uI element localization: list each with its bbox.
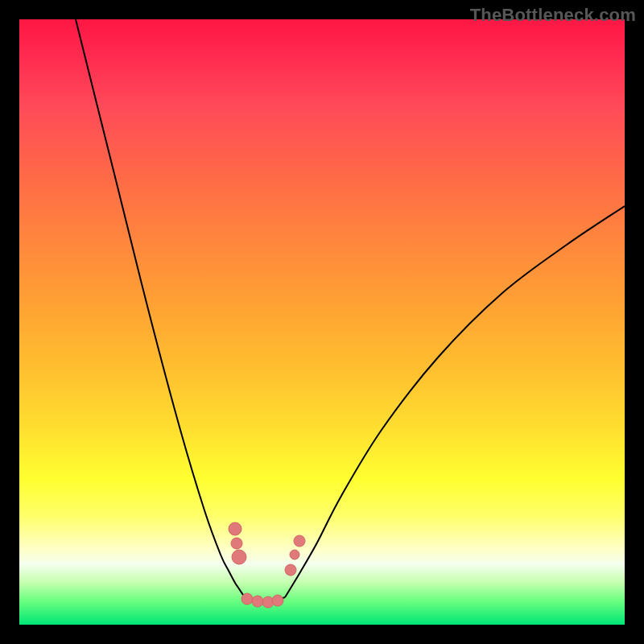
marker-floor-c (262, 597, 274, 608)
chart-svg (19, 19, 625, 625)
marker-floor-a (242, 593, 253, 605)
marker-right-cluster-upper (294, 535, 305, 547)
marker-left-cluster-upper (229, 522, 242, 535)
marker-floor-b (252, 596, 263, 607)
marker-right-cluster-lower (285, 564, 296, 576)
marker-left-cluster-lower (232, 550, 246, 564)
bottleneck-curve-right (285, 206, 625, 597)
bottleneck-curve-left (76, 19, 245, 597)
bottleneck-curve-floor (245, 597, 285, 601)
marker-floor-d (272, 595, 283, 606)
chart-plot-area (19, 19, 625, 625)
watermark-text: TheBottleneck.com (470, 5, 636, 26)
marker-left-cluster-mid (231, 538, 242, 549)
data-markers (229, 522, 305, 608)
marker-right-cluster-mid (290, 550, 299, 559)
